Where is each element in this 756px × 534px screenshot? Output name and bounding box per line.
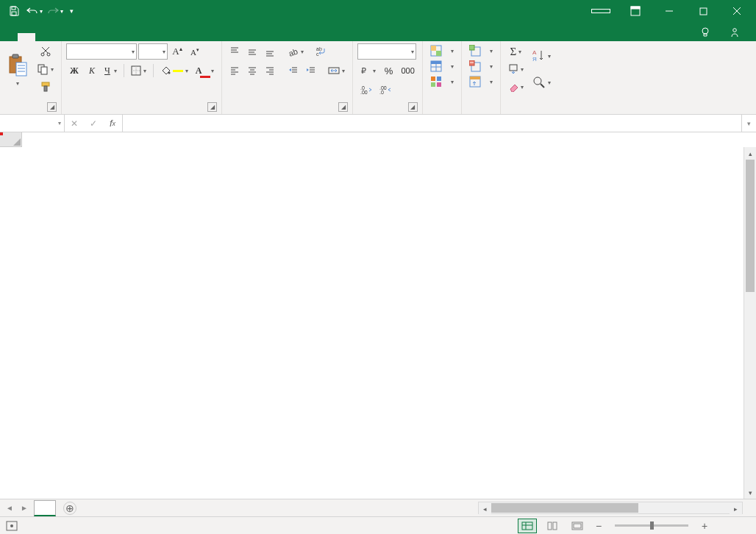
align-middle-button[interactable] [244,43,260,60]
underline-button[interactable]: Ч▾ [101,63,120,79]
tab-insert[interactable] [35,33,53,41]
format-as-table-button[interactable]: ▾ [427,59,457,74]
insert-cells-button[interactable]: ▾ [466,43,496,58]
ribbon-options-icon[interactable] [619,0,652,22]
find-select-button[interactable]: ▾ [529,70,554,95]
align-bottom-button[interactable] [262,43,278,60]
minimize-icon[interactable] [653,0,685,22]
font-size-combo[interactable]: ▾ [138,43,168,60]
formula-input[interactable] [123,115,741,132]
clipboard-launcher-icon[interactable]: ◢ [47,102,57,112]
number-launcher-icon[interactable]: ◢ [408,102,418,112]
sheet-tab-active[interactable] [34,500,56,516]
cut-button[interactable] [34,43,57,60]
insert-function-button[interactable]: fx [103,115,122,132]
tab-review[interactable] [106,33,124,41]
italic-button[interactable]: К [84,63,100,79]
increase-indent-button[interactable] [303,63,319,79]
zoom-in-button[interactable]: + [699,520,710,532]
signin-button[interactable] [591,9,610,13]
orientation-button[interactable]: ab▾ [285,43,307,60]
increase-decimal-button[interactable]: .0.00 [357,82,375,98]
svg-rect-89 [522,522,532,530]
tell-me-button[interactable] [694,24,719,41]
tab-help[interactable] [159,33,176,41]
font-name-combo[interactable]: ▾ [66,43,137,60]
maximize-icon[interactable] [687,0,719,22]
tab-data[interactable] [88,33,106,41]
delete-cells-button[interactable]: ▾ [466,59,496,74]
merge-center-button[interactable]: ▾ [325,63,348,79]
bold-button[interactable]: Ж [66,63,82,79]
horizontal-scrollbar[interactable]: ◂ ▸ [478,502,743,514]
redo-icon[interactable]: ▾ [46,1,65,21]
undo-icon[interactable]: ▾ [25,1,44,21]
hscroll-thumb[interactable] [491,503,638,513]
align-right-button[interactable] [262,63,278,79]
vscroll-thumb[interactable] [746,160,755,292]
decrease-indent-button[interactable] [285,63,302,79]
font-launcher-icon[interactable]: ◢ [207,102,217,112]
align-top-button[interactable] [227,43,243,60]
tab-formulas[interactable] [71,33,88,41]
page-break-view-button[interactable] [568,519,587,533]
select-all-corner[interactable] [0,132,22,147]
cancel-formula-button[interactable]: ✕ [65,115,84,132]
accounting-format-button[interactable]: ₽▾ [357,63,379,79]
conditional-formatting-button[interactable]: ▾ [427,43,457,58]
comma-format-button[interactable]: 000 [398,63,417,79]
macro-record-icon[interactable] [6,521,18,531]
scroll-left-icon[interactable]: ◂ [479,502,491,515]
clear-button[interactable]: ▾ [505,79,527,95]
svg-rect-22 [42,82,49,86]
zoom-out-button[interactable]: − [593,520,605,532]
align-left-button[interactable] [227,63,243,79]
zoom-slider-knob[interactable] [650,521,654,530]
paste-button[interactable]: ▾ [4,43,31,96]
page-layout-view-button[interactable] [543,519,562,533]
scroll-down-icon[interactable]: ▾ [744,486,756,499]
autosum-button[interactable]: Σ▾ [505,43,527,60]
decrease-font-button[interactable]: A▾ [187,43,203,60]
svg-text:.00: .00 [360,90,368,94]
format-painter-button[interactable] [34,79,57,95]
tab-view[interactable] [124,33,141,41]
tab-developer[interactable] [141,33,159,41]
number-format-combo[interactable]: ▾ [357,43,416,60]
scroll-right-icon[interactable]: ▸ [730,502,742,515]
sheet-next-icon[interactable]: ► [21,504,28,512]
font-color-button[interactable]: А▾ [193,63,218,79]
scroll-up-icon[interactable]: ▴ [744,147,756,160]
format-cells-button[interactable]: ▾ [466,74,496,89]
fill-color-button[interactable]: ▾ [157,63,191,79]
sheet-prev-icon[interactable]: ◄ [6,504,13,512]
share-button[interactable] [724,24,749,41]
tab-file[interactable] [0,33,18,41]
wrap-text-button[interactable]: abc [313,43,330,60]
qat-customize-icon[interactable]: ▾ [66,1,76,21]
add-sheet-button[interactable]: ⊕ [63,502,76,515]
fill-button[interactable]: ▾ [505,61,527,77]
save-icon[interactable] [4,1,24,21]
expand-formula-bar-icon[interactable]: ▾ [741,115,756,132]
increase-font-button[interactable]: A▴ [169,43,185,60]
borders-button[interactable]: ▾ [128,63,149,79]
cell-styles-button[interactable]: ▾ [427,74,457,89]
alignment-launcher-icon[interactable]: ◢ [338,102,348,112]
name-box[interactable]: ▾ [0,115,65,132]
close-icon[interactable] [721,0,753,22]
copy-button[interactable]: ▾ [34,61,57,77]
svg-rect-1 [12,12,16,15]
normal-view-button[interactable] [518,519,537,533]
zoom-slider[interactable] [615,524,688,527]
sort-filter-button[interactable]: АЯ▾ [529,43,554,68]
tab-pagelayout[interactable] [53,33,71,41]
percent-format-button[interactable]: % [380,63,396,79]
decrease-decimal-button[interactable]: .00.0 [377,82,394,98]
vertical-scrollbar[interactable]: ▴ ▾ [743,147,756,499]
svg-rect-93 [553,522,557,530]
svg-point-16 [41,53,44,56]
align-center-button[interactable] [244,63,260,79]
enter-formula-button[interactable]: ✓ [84,115,103,132]
tab-home[interactable] [18,33,35,41]
